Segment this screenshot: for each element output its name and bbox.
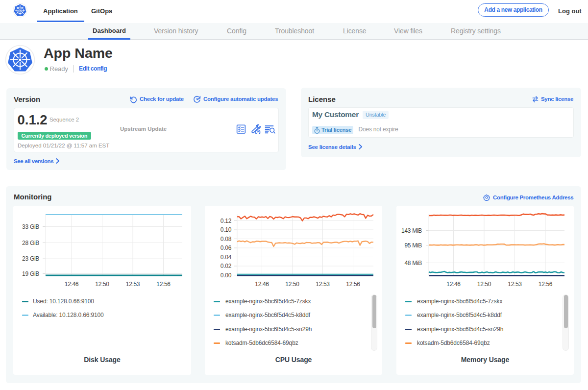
svg-text:12:53: 12:53 — [508, 281, 522, 288]
svg-text:0.04: 0.04 — [220, 254, 232, 261]
svg-text:0.10: 0.10 — [220, 226, 232, 233]
svg-text:19 GiB: 19 GiB — [22, 270, 39, 277]
svg-text:0.06: 0.06 — [220, 244, 232, 251]
svg-text:12:46: 12:46 — [65, 281, 79, 288]
svg-text:23 GiB: 23 GiB — [22, 255, 39, 262]
svg-text:33 GiB: 33 GiB — [22, 223, 39, 230]
svg-text:12:56: 12:56 — [346, 281, 360, 288]
svg-text:12:46: 12:46 — [255, 281, 269, 288]
svg-text:12:50: 12:50 — [477, 281, 491, 288]
svg-text:12:53: 12:53 — [126, 281, 140, 288]
svg-text:12:56: 12:56 — [156, 281, 171, 288]
svg-text:0.00: 0.00 — [220, 272, 232, 279]
svg-text:95 MiB: 95 MiB — [404, 242, 422, 249]
svg-text:12:56: 12:56 — [539, 281, 553, 288]
svg-text:12:50: 12:50 — [285, 281, 299, 288]
svg-text:0.12: 0.12 — [220, 218, 232, 224]
svg-text:48 MiB: 48 MiB — [404, 260, 422, 267]
svg-text:12:53: 12:53 — [316, 281, 330, 288]
svg-text:0.02: 0.02 — [220, 263, 232, 269]
svg-text:28 GiB: 28 GiB — [22, 240, 39, 246]
svg-text:0.08: 0.08 — [220, 236, 232, 243]
svg-text:143 MiB: 143 MiB — [401, 227, 422, 234]
svg-text:12:50: 12:50 — [95, 281, 109, 288]
svg-text:12:46: 12:46 — [446, 281, 461, 288]
